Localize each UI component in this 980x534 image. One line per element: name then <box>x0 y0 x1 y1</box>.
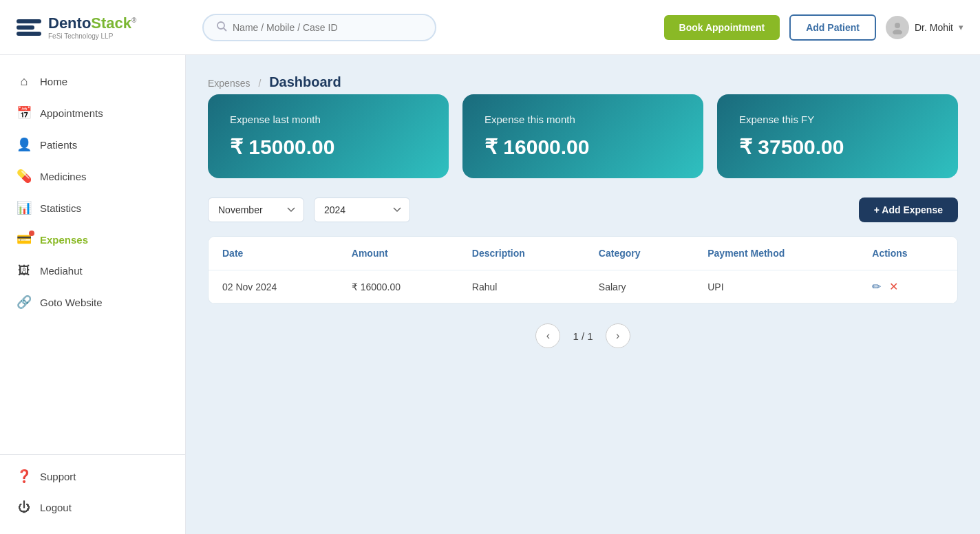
logo-registered: ® <box>131 17 136 24</box>
layout: ⌂ Home 📅 Appointments 👤 Patients 💊 Medic… <box>0 55 980 534</box>
row-amount: ₹ 16000.00 <box>338 270 458 303</box>
card-last-month-label: Expense last month <box>230 114 427 125</box>
header-right: Book Appointment Add Patient Dr. Mohit ▾ <box>664 14 963 41</box>
col-amount: Amount <box>338 237 458 270</box>
col-payment-method: Payment Method <box>694 237 858 270</box>
user-name: Dr. Mohit <box>915 22 953 33</box>
card-this-month-amount: ₹ 16000.00 <box>484 135 681 159</box>
sidebar-icon-appointments: 📅 <box>17 105 32 120</box>
sidebar-label-goto-website: Goto Website <box>40 297 103 308</box>
card-this-fy-amount: ₹ 37500.00 <box>739 135 936 159</box>
col-actions: Actions <box>858 237 957 270</box>
row-date: 02 Nov 2024 <box>209 270 338 303</box>
sidebar-icon-statistics: 📊 <box>17 200 32 215</box>
filters-row: JanuaryFebruaryMarchAprilMayJuneJulyAugu… <box>208 197 958 222</box>
breadcrumb-parent: Expenses <box>208 78 250 89</box>
card-this-month-label: Expense this month <box>484 114 681 125</box>
sidebar-item-goto-website[interactable]: 🔗 Goto Website <box>0 286 185 318</box>
logo-bar-1 <box>17 19 41 23</box>
expense-table-container: DateAmountDescriptionCategoryPayment Met… <box>208 236 958 304</box>
sidebar-icon-home: ⌂ <box>17 74 32 89</box>
logo-bar-3 <box>17 32 41 36</box>
card-this-fy: Expense this FY ₹ 37500.00 <box>717 94 958 178</box>
card-this-fy-label: Expense this FY <box>739 114 936 125</box>
sidebar-item-logout[interactable]: ⏻ Logout <box>0 492 185 523</box>
table-row: 02 Nov 2024 ₹ 16000.00 Rahul Salary UPI … <box>209 270 957 303</box>
sidebar-icon-goto-website: 🔗 <box>17 295 32 310</box>
sidebar-label-expenses: Expenses <box>40 234 88 246</box>
avatar <box>886 16 909 39</box>
sidebar-label-statistics: Statistics <box>40 202 81 214</box>
sidebar-label-support: Support <box>40 471 76 482</box>
book-appointment-button[interactable]: Book Appointment <box>664 15 780 40</box>
logo-stack: Stack <box>91 14 131 32</box>
logo-area: DentoStack® FeSi Technology LLP <box>17 14 202 40</box>
logo-subtitle: FeSi Technology LLP <box>48 32 136 40</box>
logo-bar-2 <box>17 25 34 30</box>
svg-point-0 <box>217 22 224 29</box>
sidebar-bottom: ❓ Support⏻ Logout <box>0 454 185 523</box>
table-header: DateAmountDescriptionCategoryPayment Met… <box>209 237 957 270</box>
table-body: 02 Nov 2024 ₹ 16000.00 Rahul Salary UPI … <box>209 270 957 303</box>
search-bar[interactable] <box>202 14 436 41</box>
pagination-next-button[interactable]: › <box>606 323 630 348</box>
header: DentoStack® FeSi Technology LLP Book App… <box>0 0 980 55</box>
sidebar-label-home: Home <box>40 76 67 87</box>
sidebar-item-patients[interactable]: 👤 Patients <box>0 129 185 160</box>
breadcrumb-separator: / <box>258 78 261 89</box>
sidebar-item-medicines[interactable]: 💊 Medicines <box>0 160 185 192</box>
sidebar-item-support[interactable]: ❓ Support <box>0 460 185 492</box>
sidebar-icon-medicines: 💊 <box>17 169 32 184</box>
row-actions: ✏ ✕ <box>858 270 957 303</box>
edit-button[interactable]: ✏ <box>872 280 881 293</box>
row-category: Salary <box>585 270 694 303</box>
sidebar-icon-mediahut: 🖼 <box>17 264 32 278</box>
search-input[interactable] <box>233 22 423 33</box>
sidebar-icon-patients: 👤 <box>17 137 32 152</box>
breadcrumb: Expenses / Dashboard <box>208 74 958 90</box>
svg-point-3 <box>893 30 902 34</box>
col-description: Description <box>458 237 585 270</box>
col-date: Date <box>209 237 338 270</box>
add-patient-button[interactable]: Add Patient <box>789 14 876 41</box>
card-last-month-amount: ₹ 15000.00 <box>230 135 427 159</box>
sidebar-label-appointments: Appointments <box>40 107 103 119</box>
expenses-badge <box>29 231 34 236</box>
logo-dento: Dento <box>48 14 91 32</box>
sidebar-icon-logout: ⏻ <box>17 500 32 515</box>
sidebar-item-statistics[interactable]: 📊 Statistics <box>0 192 185 224</box>
cards-row: Expense last month ₹ 15000.00 Expense th… <box>208 94 958 178</box>
sidebar-label-mediahut: Mediahut <box>40 265 83 277</box>
svg-point-2 <box>895 23 900 28</box>
sidebar-item-home[interactable]: ⌂ Home <box>0 66 185 97</box>
sidebar-icon-support: ❓ <box>17 469 32 484</box>
sidebar: ⌂ Home 📅 Appointments 👤 Patients 💊 Medic… <box>0 55 186 534</box>
year-select[interactable]: 2022202320242025 <box>314 197 410 222</box>
add-expense-button[interactable]: + Add Expense <box>859 197 958 222</box>
search-icon <box>216 21 227 34</box>
sidebar-label-medicines: Medicines <box>40 171 87 182</box>
user-menu[interactable]: Dr. Mohit ▾ <box>886 16 963 39</box>
sidebar-label-logout: Logout <box>40 502 72 513</box>
sidebar-label-patients: Patients <box>40 139 77 151</box>
pagination-info: 1 / 1 <box>573 330 593 342</box>
pagination-prev-button[interactable]: ‹ <box>535 323 560 348</box>
logo-icon <box>17 19 41 36</box>
sidebar-main-items: ⌂ Home 📅 Appointments 👤 Patients 💊 Medic… <box>0 66 185 318</box>
month-select[interactable]: JanuaryFebruaryMarchAprilMayJuneJulyAugu… <box>208 197 304 222</box>
delete-button[interactable]: ✕ <box>889 280 898 293</box>
sidebar-item-appointments[interactable]: 📅 Appointments <box>0 97 185 129</box>
user-dropdown-icon: ▾ <box>959 22 963 32</box>
logo-text: DentoStack® FeSi Technology LLP <box>48 14 136 40</box>
pagination: ‹ 1 / 1 › <box>208 323 958 348</box>
sidebar-item-expenses[interactable]: 💳 Expenses <box>0 224 185 255</box>
breadcrumb-current: Dashboard <box>269 74 341 89</box>
card-last-month: Expense last month ₹ 15000.00 <box>208 94 449 178</box>
svg-line-1 <box>224 28 226 31</box>
row-description: Rahul <box>458 270 585 303</box>
card-this-month: Expense this month ₹ 16000.00 <box>462 94 703 178</box>
main-content: Expenses / Dashboard Expense last month … <box>186 55 980 534</box>
expense-table: DateAmountDescriptionCategoryPayment Met… <box>209 237 957 303</box>
row-payment-method: UPI <box>694 270 858 303</box>
sidebar-item-mediahut[interactable]: 🖼 Mediahut <box>0 255 185 286</box>
